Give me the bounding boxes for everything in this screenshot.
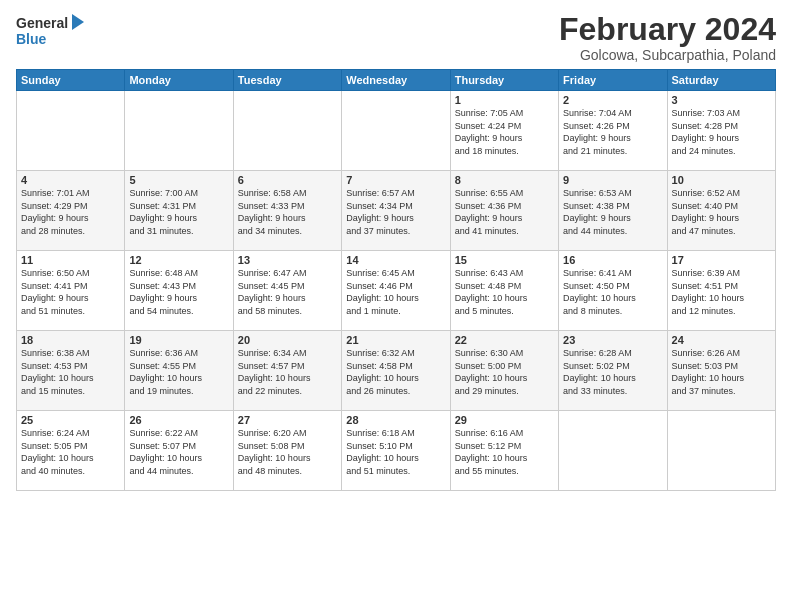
col-header-thursday: Thursday bbox=[450, 70, 558, 91]
col-header-wednesday: Wednesday bbox=[342, 70, 450, 91]
header-row: SundayMondayTuesdayWednesdayThursdayFrid… bbox=[17, 70, 776, 91]
day-number: 15 bbox=[455, 254, 554, 266]
day-cell bbox=[342, 91, 450, 171]
day-info: Sunrise: 6:58 AM Sunset: 4:33 PM Dayligh… bbox=[238, 187, 337, 237]
main-title: February 2024 bbox=[559, 12, 776, 47]
day-number: 9 bbox=[563, 174, 662, 186]
day-info: Sunrise: 6:18 AM Sunset: 5:10 PM Dayligh… bbox=[346, 427, 445, 477]
day-info: Sunrise: 7:00 AM Sunset: 4:31 PM Dayligh… bbox=[129, 187, 228, 237]
col-header-tuesday: Tuesday bbox=[233, 70, 341, 91]
week-row-2: 4Sunrise: 7:01 AM Sunset: 4:29 PM Daylig… bbox=[17, 171, 776, 251]
day-cell: 6Sunrise: 6:58 AM Sunset: 4:33 PM Daylig… bbox=[233, 171, 341, 251]
col-header-saturday: Saturday bbox=[667, 70, 775, 91]
day-info: Sunrise: 6:22 AM Sunset: 5:07 PM Dayligh… bbox=[129, 427, 228, 477]
day-info: Sunrise: 6:43 AM Sunset: 4:48 PM Dayligh… bbox=[455, 267, 554, 317]
day-number: 16 bbox=[563, 254, 662, 266]
header: GeneralBlue February 2024 Golcowa, Subca… bbox=[16, 12, 776, 63]
day-info: Sunrise: 6:45 AM Sunset: 4:46 PM Dayligh… bbox=[346, 267, 445, 317]
day-number: 21 bbox=[346, 334, 445, 346]
day-info: Sunrise: 7:04 AM Sunset: 4:26 PM Dayligh… bbox=[563, 107, 662, 157]
day-info: Sunrise: 6:30 AM Sunset: 5:00 PM Dayligh… bbox=[455, 347, 554, 397]
day-cell: 28Sunrise: 6:18 AM Sunset: 5:10 PM Dayli… bbox=[342, 411, 450, 491]
day-cell: 8Sunrise: 6:55 AM Sunset: 4:36 PM Daylig… bbox=[450, 171, 558, 251]
day-info: Sunrise: 6:57 AM Sunset: 4:34 PM Dayligh… bbox=[346, 187, 445, 237]
logo: GeneralBlue bbox=[16, 12, 86, 52]
day-cell: 14Sunrise: 6:45 AM Sunset: 4:46 PM Dayli… bbox=[342, 251, 450, 331]
day-info: Sunrise: 6:34 AM Sunset: 4:57 PM Dayligh… bbox=[238, 347, 337, 397]
day-number: 11 bbox=[21, 254, 120, 266]
day-cell: 21Sunrise: 6:32 AM Sunset: 4:58 PM Dayli… bbox=[342, 331, 450, 411]
day-number: 26 bbox=[129, 414, 228, 426]
day-number: 22 bbox=[455, 334, 554, 346]
day-number: 10 bbox=[672, 174, 771, 186]
day-info: Sunrise: 6:50 AM Sunset: 4:41 PM Dayligh… bbox=[21, 267, 120, 317]
day-number: 8 bbox=[455, 174, 554, 186]
day-cell: 11Sunrise: 6:50 AM Sunset: 4:41 PM Dayli… bbox=[17, 251, 125, 331]
svg-marker-2 bbox=[72, 14, 84, 30]
day-cell: 17Sunrise: 6:39 AM Sunset: 4:51 PM Dayli… bbox=[667, 251, 775, 331]
day-cell: 26Sunrise: 6:22 AM Sunset: 5:07 PM Dayli… bbox=[125, 411, 233, 491]
day-cell bbox=[17, 91, 125, 171]
day-cell: 13Sunrise: 6:47 AM Sunset: 4:45 PM Dayli… bbox=[233, 251, 341, 331]
day-cell: 7Sunrise: 6:57 AM Sunset: 4:34 PM Daylig… bbox=[342, 171, 450, 251]
col-header-friday: Friday bbox=[559, 70, 667, 91]
day-cell bbox=[667, 411, 775, 491]
svg-text:General: General bbox=[16, 15, 68, 31]
logo-svg: GeneralBlue bbox=[16, 12, 86, 52]
day-number: 13 bbox=[238, 254, 337, 266]
subtitle: Golcowa, Subcarpathia, Poland bbox=[559, 47, 776, 63]
day-cell: 18Sunrise: 6:38 AM Sunset: 4:53 PM Dayli… bbox=[17, 331, 125, 411]
day-cell bbox=[559, 411, 667, 491]
day-number: 5 bbox=[129, 174, 228, 186]
day-number: 25 bbox=[21, 414, 120, 426]
day-cell: 1Sunrise: 7:05 AM Sunset: 4:24 PM Daylig… bbox=[450, 91, 558, 171]
day-number: 6 bbox=[238, 174, 337, 186]
day-number: 19 bbox=[129, 334, 228, 346]
day-cell: 12Sunrise: 6:48 AM Sunset: 4:43 PM Dayli… bbox=[125, 251, 233, 331]
day-cell: 20Sunrise: 6:34 AM Sunset: 4:57 PM Dayli… bbox=[233, 331, 341, 411]
day-cell: 25Sunrise: 6:24 AM Sunset: 5:05 PM Dayli… bbox=[17, 411, 125, 491]
day-cell: 4Sunrise: 7:01 AM Sunset: 4:29 PM Daylig… bbox=[17, 171, 125, 251]
day-info: Sunrise: 6:32 AM Sunset: 4:58 PM Dayligh… bbox=[346, 347, 445, 397]
day-info: Sunrise: 6:41 AM Sunset: 4:50 PM Dayligh… bbox=[563, 267, 662, 317]
day-cell: 23Sunrise: 6:28 AM Sunset: 5:02 PM Dayli… bbox=[559, 331, 667, 411]
day-number: 28 bbox=[346, 414, 445, 426]
col-header-sunday: Sunday bbox=[17, 70, 125, 91]
day-number: 2 bbox=[563, 94, 662, 106]
col-header-monday: Monday bbox=[125, 70, 233, 91]
day-cell: 16Sunrise: 6:41 AM Sunset: 4:50 PM Dayli… bbox=[559, 251, 667, 331]
day-cell: 24Sunrise: 6:26 AM Sunset: 5:03 PM Dayli… bbox=[667, 331, 775, 411]
svg-text:Blue: Blue bbox=[16, 31, 47, 47]
day-number: 17 bbox=[672, 254, 771, 266]
day-number: 12 bbox=[129, 254, 228, 266]
day-number: 3 bbox=[672, 94, 771, 106]
day-number: 14 bbox=[346, 254, 445, 266]
day-number: 29 bbox=[455, 414, 554, 426]
day-info: Sunrise: 6:48 AM Sunset: 4:43 PM Dayligh… bbox=[129, 267, 228, 317]
day-cell: 27Sunrise: 6:20 AM Sunset: 5:08 PM Dayli… bbox=[233, 411, 341, 491]
day-info: Sunrise: 6:20 AM Sunset: 5:08 PM Dayligh… bbox=[238, 427, 337, 477]
day-number: 24 bbox=[672, 334, 771, 346]
day-info: Sunrise: 7:03 AM Sunset: 4:28 PM Dayligh… bbox=[672, 107, 771, 157]
week-row-4: 18Sunrise: 6:38 AM Sunset: 4:53 PM Dayli… bbox=[17, 331, 776, 411]
day-number: 20 bbox=[238, 334, 337, 346]
day-number: 4 bbox=[21, 174, 120, 186]
day-info: Sunrise: 6:26 AM Sunset: 5:03 PM Dayligh… bbox=[672, 347, 771, 397]
day-info: Sunrise: 6:38 AM Sunset: 4:53 PM Dayligh… bbox=[21, 347, 120, 397]
day-number: 27 bbox=[238, 414, 337, 426]
calendar-table: SundayMondayTuesdayWednesdayThursdayFrid… bbox=[16, 69, 776, 491]
day-info: Sunrise: 6:28 AM Sunset: 5:02 PM Dayligh… bbox=[563, 347, 662, 397]
day-cell: 19Sunrise: 6:36 AM Sunset: 4:55 PM Dayli… bbox=[125, 331, 233, 411]
day-cell bbox=[125, 91, 233, 171]
day-info: Sunrise: 7:01 AM Sunset: 4:29 PM Dayligh… bbox=[21, 187, 120, 237]
day-info: Sunrise: 6:16 AM Sunset: 5:12 PM Dayligh… bbox=[455, 427, 554, 477]
day-cell: 22Sunrise: 6:30 AM Sunset: 5:00 PM Dayli… bbox=[450, 331, 558, 411]
day-cell: 15Sunrise: 6:43 AM Sunset: 4:48 PM Dayli… bbox=[450, 251, 558, 331]
day-cell: 3Sunrise: 7:03 AM Sunset: 4:28 PM Daylig… bbox=[667, 91, 775, 171]
page: GeneralBlue February 2024 Golcowa, Subca… bbox=[0, 0, 792, 612]
day-cell: 10Sunrise: 6:52 AM Sunset: 4:40 PM Dayli… bbox=[667, 171, 775, 251]
week-row-5: 25Sunrise: 6:24 AM Sunset: 5:05 PM Dayli… bbox=[17, 411, 776, 491]
day-info: Sunrise: 6:52 AM Sunset: 4:40 PM Dayligh… bbox=[672, 187, 771, 237]
day-info: Sunrise: 6:55 AM Sunset: 4:36 PM Dayligh… bbox=[455, 187, 554, 237]
day-info: Sunrise: 6:47 AM Sunset: 4:45 PM Dayligh… bbox=[238, 267, 337, 317]
